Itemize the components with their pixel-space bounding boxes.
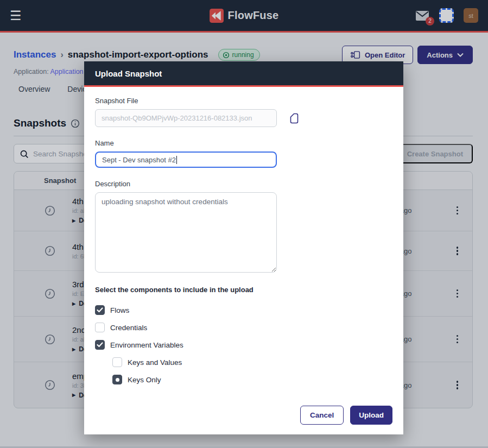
file-picker-button[interactable] [289, 112, 300, 124]
credentials-checkbox[interactable] [95, 323, 105, 332]
name-input-value: Sept - Dev snapshot #2 [102, 156, 176, 164]
keys-only-label: Keys Only [128, 376, 161, 384]
keys-and-values-label: Keys and Values [128, 358, 182, 367]
dialog-title: Upload Snapshot [95, 69, 162, 78]
checkbox-flows[interactable]: Flows [95, 301, 392, 319]
keys-only-radio[interactable] [112, 375, 122, 384]
environment-variables-checkbox[interactable] [95, 340, 105, 350]
cancel-button[interactable]: Cancel [300, 406, 344, 425]
snapshot-file-label: Snapshot File [95, 97, 392, 105]
checkbox-environment-variables[interactable]: Environment Variables [95, 336, 392, 354]
document-icon [289, 112, 300, 124]
dialog-header: Upload Snapshot [84, 61, 403, 87]
checkbox-credentials[interactable]: Credentials [95, 319, 392, 336]
flows-checkbox[interactable] [95, 305, 105, 315]
radio-keys-only[interactable]: Keys Only [112, 371, 392, 388]
keys-and-values-radio[interactable] [112, 357, 122, 367]
upload-button[interactable]: Upload [350, 406, 392, 425]
upload-snapshot-dialog: Upload Snapshot Snapshot File Name Sept … [84, 61, 403, 434]
snapshot-file-input [95, 109, 277, 127]
components-heading: Select the components to include in the … [95, 286, 392, 294]
text-caret [176, 156, 177, 164]
flows-label: Flows [110, 306, 129, 314]
description-textarea[interactable]: uploading snapshot without credentials [95, 192, 277, 273]
radio-keys-and-values[interactable]: Keys and Values [112, 354, 392, 371]
name-label: Name [95, 139, 392, 147]
environment-variables-label: Environment Variables [110, 341, 183, 349]
name-input[interactable]: Sept - Dev snapshot #2 [95, 152, 277, 168]
credentials-label: Credentials [110, 324, 147, 332]
description-label: Description [95, 180, 392, 188]
